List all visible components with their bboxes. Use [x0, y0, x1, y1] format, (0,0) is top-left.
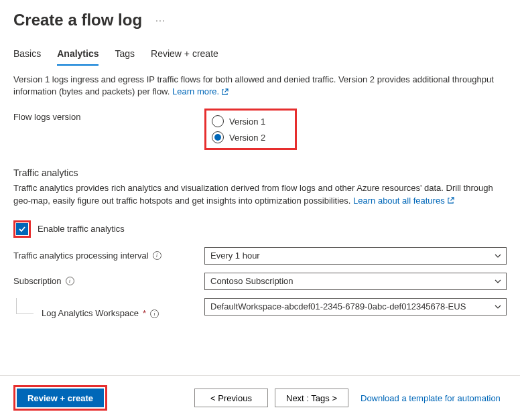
required-asterisk: * [143, 308, 146, 318]
tab-analytics[interactable]: Analytics [57, 48, 99, 66]
enable-traffic-analytics-label: Enable traffic analytics [38, 224, 125, 234]
review-create-button[interactable]: Review + create [17, 389, 104, 407]
tab-basics[interactable]: Basics [13, 48, 41, 66]
interval-select[interactable]: Every 1 hour [204, 247, 507, 265]
external-link-icon [447, 197, 454, 204]
chevron-down-icon [494, 252, 502, 260]
subscription-select[interactable]: Contoso Subscription [204, 273, 507, 290]
select-value: Contoso Subscription [210, 276, 294, 286]
download-template-link[interactable]: Download a template for automation [361, 393, 501, 403]
select-value: Every 1 hour [210, 251, 260, 261]
external-link-icon [221, 88, 229, 96]
radio-version-2[interactable]: Version 2 [212, 129, 265, 145]
flow-version-label: Flow logs version [13, 109, 204, 122]
info-icon[interactable]: i [150, 309, 159, 318]
enable-traffic-analytics-checkbox[interactable] [16, 223, 28, 235]
radio-icon [212, 131, 224, 143]
chevron-down-icon [494, 303, 502, 311]
info-icon[interactable]: i [66, 277, 74, 285]
learn-more-link[interactable]: Learn more. [172, 86, 229, 98]
chevron-down-icon [494, 277, 502, 285]
radio-version-1[interactable]: Version 1 [212, 113, 265, 129]
previous-button[interactable]: < Previous [194, 389, 268, 407]
tab-tags[interactable]: Tags [115, 48, 135, 66]
radio-icon [212, 115, 224, 127]
workspace-label: Log Analytics Workspace [42, 308, 139, 318]
workspace-select[interactable]: DefaultWorkspace-abcdef01-2345-6789-0abc… [204, 298, 507, 316]
radio-label: Version 1 [229, 117, 265, 127]
more-icon[interactable]: ··· [155, 15, 166, 25]
radio-label: Version 2 [229, 133, 265, 143]
tab-bar: Basics Analytics Tags Review + create [0, 36, 520, 66]
page-title: Create a flow log [13, 11, 142, 29]
info-icon[interactable]: i [153, 251, 161, 260]
traffic-analytics-description: Traffic analytics provides rich analytic… [0, 181, 520, 209]
select-value: DefaultWorkspace-abcdef01-2345-6789-0abc… [210, 301, 466, 311]
subscription-label: Subscription i [13, 273, 204, 286]
check-icon [18, 225, 26, 233]
interval-label: Traffic analytics processing interval i [13, 247, 204, 261]
version-radio-group: Version 1 Version 2 [204, 109, 297, 150]
traffic-analytics-heading: Traffic analytics [0, 158, 520, 181]
footer: Review + create < Previous Next : Tags >… [0, 375, 520, 420]
learn-features-link[interactable]: Learn about all features [353, 195, 454, 207]
next-button[interactable]: Next : Tags > [275, 389, 348, 407]
tab-review[interactable]: Review + create [151, 48, 218, 66]
indent-line [16, 298, 34, 314]
version-description: Version 1 logs ingress and egress IP tra… [0, 66, 520, 100]
